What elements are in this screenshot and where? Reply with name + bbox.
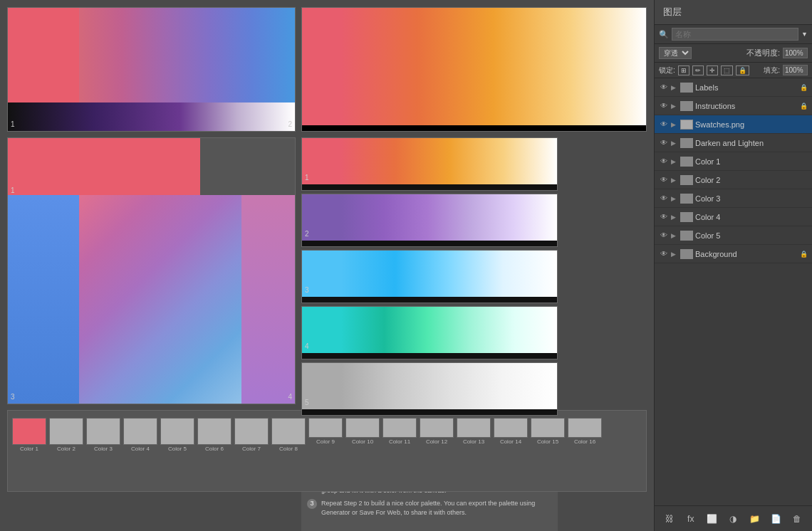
color-chip-7: Color 7 [234, 418, 269, 452]
arrow-labels[interactable]: ▶ [671, 84, 678, 91]
right-swatches: 1 2 3 [301, 137, 558, 416]
sw-right-4: 4 [301, 306, 558, 359]
sw-rt-grad [341, 8, 646, 125]
mask-add-icon[interactable]: ⬜ [704, 511, 720, 527]
sw-mid-blue [8, 195, 79, 404]
color-chip-2: Color 2 [49, 418, 83, 452]
chip-box-15 [531, 418, 565, 438]
eye-icon-background[interactable]: 👁 [659, 249, 669, 259]
layer-item-color2[interactable]: 👁 ▶ Color 2 [655, 171, 812, 189]
chip-label-1: Color 1 [20, 446, 38, 452]
arrow-background[interactable]: ▶ [671, 251, 678, 258]
lock-controls: 锁定: ⊞ ✏ ✛ ⬚ 🔒 填充: [655, 63, 812, 78]
color-chip-3: Color 3 [86, 418, 120, 452]
middle-row: 1 3 4 1 [7, 137, 647, 404]
arrow-color4[interactable]: ▶ [671, 214, 678, 221]
sw-r4-grad [341, 307, 557, 359]
opacity-label: 不透明度: [746, 48, 780, 58]
lock-all-icon[interactable]: 🔒 [736, 65, 749, 75]
chip-box-2 [49, 418, 83, 445]
layer-header-title: 图层 [663, 6, 682, 19]
layer-item-color3[interactable]: 👁 ▶ Color 3 [655, 189, 812, 208]
folder-icon-color5 [680, 231, 693, 241]
opacity-input[interactable] [783, 48, 808, 58]
chip-label-2: Color 2 [57, 446, 76, 452]
eye-icon-labels[interactable]: 👁 [659, 83, 669, 93]
layer-panel-header: 图层 [655, 0, 812, 25]
eye-icon-color5[interactable]: 👁 [659, 231, 669, 241]
blend-mode-select[interactable]: 穿透 正常 [659, 47, 692, 59]
sw-mid-label4: 4 [288, 393, 292, 401]
layer-name-instructions: Instructions [695, 102, 798, 110]
arrow-color2[interactable]: ▶ [671, 177, 678, 184]
layer-item-color1[interactable]: 👁 ▶ Color 1 [655, 152, 812, 171]
layer-name-labels: Labels [695, 83, 798, 92]
lock-pixel-icon[interactable]: ⊞ [678, 65, 689, 75]
sw-r4-label: 4 [305, 342, 309, 350]
fill-input[interactable] [783, 65, 808, 75]
layer-blend-controls: 穿透 正常 不透明度: [655, 44, 812, 63]
chip-box-9 [308, 418, 343, 438]
color-chip-9: Color 9 [308, 418, 343, 455]
sw-r3-solid [302, 251, 341, 303]
layer-panel: 图层 🔍 ▼ 穿透 正常 不透明度: 锁定: ⊞ ✏ ✛ ⬚ 🔒 填充: 👁 ▶ [654, 0, 812, 531]
arrow-instructions[interactable]: ▶ [671, 102, 678, 110]
layer-item-color4[interactable]: 👁 ▶ Color 4 [655, 208, 812, 226]
eye-icon-color1[interactable]: 👁 [659, 157, 669, 167]
chip-box-6 [197, 418, 231, 445]
layer-name-color4: Color 4 [695, 213, 808, 221]
layer-item-labels[interactable]: 👁 ▶ Labels 🔒 [655, 78, 812, 97]
arrow-color1[interactable]: ▶ [671, 158, 678, 165]
sw-r3-label: 3 [305, 286, 309, 294]
eye-icon-darken[interactable]: 👁 [659, 138, 669, 148]
new-layer-icon[interactable]: 📄 [768, 511, 784, 527]
link-chains-icon[interactable]: ⛓ [662, 511, 677, 527]
arrow-color3[interactable]: ▶ [671, 195, 678, 202]
arrow-darken[interactable]: ▶ [671, 140, 678, 147]
layer-name-background: Background [695, 250, 798, 258]
eye-icon-swatches[interactable]: 👁 [659, 120, 669, 130]
sw-r1-solid [302, 138, 341, 190]
layer-name-color3: Color 3 [695, 194, 808, 203]
swatch-label-1: 1 [11, 120, 15, 128]
eye-icon-instructions[interactable]: 👁 [659, 101, 669, 111]
chip-box-4 [123, 418, 157, 445]
eye-icon-color4[interactable]: 👁 [659, 212, 669, 222]
layer-item-instructions[interactable]: 👁 ▶ Instructions 🔒 [655, 97, 812, 115]
layer-name-color2: Color 2 [695, 176, 808, 184]
arrow-color5[interactable]: ▶ [671, 232, 678, 239]
layer-search-input[interactable] [672, 28, 798, 41]
chip-label-5: Color 5 [168, 446, 187, 452]
filter-dropdown-icon[interactable]: ▼ [801, 31, 808, 38]
lock-brush-icon[interactable]: ✏ [692, 65, 704, 75]
chip-label-15: Color 15 [537, 438, 558, 445]
chip-label-12: Color 12 [426, 438, 447, 445]
sw-r2-dark [302, 241, 557, 246]
layer-item-background[interactable]: 👁 ▶ Background 🔒 [655, 245, 812, 263]
layer-item-color5[interactable]: 👁 ▶ Color 5 [655, 226, 812, 245]
adjustment-add-icon[interactable]: ◑ [725, 511, 741, 527]
top-row: 1 2 [7, 7, 647, 132]
chip-box-5 [160, 418, 194, 445]
eye-icon-color2[interactable]: 👁 [659, 175, 669, 185]
chip-box-8 [271, 418, 306, 445]
layer-item-darken[interactable]: 👁 ▶ Darken and Lighten [655, 134, 812, 152]
group-icon[interactable]: 📁 [746, 511, 762, 527]
folder-icon-instructions [680, 101, 693, 111]
sw-r4-solid [302, 307, 341, 359]
fx-icon[interactable]: fx [683, 511, 699, 527]
sw-r3-dark [302, 297, 557, 303]
arrow-swatches[interactable]: ▶ [671, 121, 678, 128]
sw-right-5: 5 [301, 362, 558, 416]
eye-icon-color3[interactable]: 👁 [659, 194, 669, 204]
chip-box-13 [457, 418, 491, 438]
color-chip-10: Color 10 [345, 418, 380, 455]
sw-mid-label3: 3 [11, 393, 15, 401]
folder-icon-darken [680, 138, 693, 148]
lock-move-icon[interactable]: ✛ [707, 65, 718, 75]
delete-layer-icon[interactable]: 🗑 [789, 511, 805, 527]
lock-artboard-icon[interactable]: ⬚ [721, 65, 733, 75]
layer-item-swatches[interactable]: 👁 ▶ Swatches.png [655, 115, 812, 134]
color-chip-16: Color 16 [568, 418, 602, 455]
layer-footer: ⛓ fx ⬜ ◑ 📁 📄 🗑 [655, 505, 812, 531]
